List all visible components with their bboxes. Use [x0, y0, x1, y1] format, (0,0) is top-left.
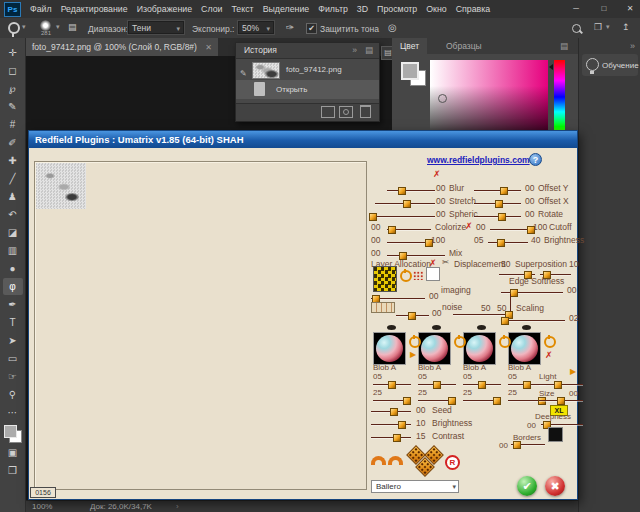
history-brush-tool[interactable]: ↶ — [3, 206, 23, 223]
clone-stamp-tool[interactable]: ♟ — [3, 188, 23, 205]
allocation-power-icon[interactable] — [400, 270, 412, 282]
brush-tool[interactable]: ╱ — [3, 170, 23, 187]
menu-3d[interactable]: 3D — [357, 4, 368, 14]
color-picker-marker[interactable] — [438, 94, 447, 103]
window-minimize-button[interactable]: ─ — [566, 2, 586, 15]
toggle-brush-panel-icon[interactable]: ▤ — [68, 22, 77, 32]
menu-file[interactable]: Файл — [30, 4, 52, 14]
shape-tool[interactable]: ▭ — [3, 350, 23, 367]
crop-tool[interactable]: # — [3, 116, 23, 133]
cutoff-slider[interactable] — [490, 225, 531, 233]
blur-slider[interactable] — [387, 186, 435, 194]
eyedropper-tool[interactable]: ✐ — [3, 134, 23, 151]
offset-x-slider[interactable] — [474, 199, 521, 207]
blob3-thumbnail[interactable] — [463, 332, 496, 365]
history-collapse-icon[interactable]: » — [352, 43, 357, 58]
blob1-play-icon[interactable]: ▶ — [410, 351, 416, 359]
panel-expand-icon[interactable]: ▶ — [570, 368, 576, 376]
menu-view[interactable]: Просмотр — [377, 4, 417, 14]
preview-zoom-box[interactable]: 0156 — [30, 487, 56, 498]
airbrush-icon[interactable]: ◎ — [388, 22, 397, 33]
blob1-power-icon[interactable] — [409, 336, 421, 348]
history-state-open[interactable]: Открыть — [236, 80, 379, 99]
share-icon[interactable]: ↥ — [622, 22, 630, 32]
blob2-slider-2[interactable] — [418, 396, 456, 404]
history-menu-icon[interactable]: ▤ — [365, 43, 373, 58]
reset-top-icon[interactable]: ✗ — [433, 170, 441, 179]
menu-filter[interactable]: Фильтр — [318, 4, 348, 14]
noise-slider[interactable] — [396, 311, 429, 319]
lasso-tool[interactable]: ℘ — [3, 80, 23, 97]
protect-tones-checkbox[interactable]: ✔ — [306, 23, 317, 34]
history-panel-header[interactable]: История » ▤ — [236, 43, 379, 59]
menu-window[interactable]: Окно — [426, 4, 446, 14]
learn-panel-item[interactable]: Обучение — [582, 54, 638, 76]
new-snapshot-icon[interactable] — [339, 106, 353, 118]
zoom-level-value[interactable]: 100% — [32, 501, 52, 512]
spheric-slider[interactable] — [371, 212, 435, 220]
window-maximize-button[interactable]: □ — [594, 2, 614, 15]
dialog-title-bar[interactable]: Redfield Plugins : Umatrix v1.85 (64-bit… — [29, 131, 577, 148]
blob3-slider-2[interactable] — [463, 396, 501, 404]
document-tab[interactable]: foto_97412.png @ 100% (Слой 0, RGB/8#) ✕ — [26, 38, 218, 56]
menu-edit[interactable]: Редактирование — [61, 4, 128, 14]
blob2-slider-1[interactable] — [418, 380, 456, 388]
exposure-select[interactable]: 50% ▾ — [238, 21, 274, 34]
blob4-remove-icon[interactable]: ✗ — [545, 351, 553, 360]
path-select-tool[interactable]: ➤ — [3, 332, 23, 349]
plugin-website-link[interactable]: www.redfieldplugins.com — [427, 156, 530, 165]
marquee-tool[interactable]: ◻ — [3, 62, 23, 79]
foreground-background-swatches[interactable] — [4, 425, 22, 443]
arch-icon-1[interactable] — [371, 456, 386, 465]
blob2-thumbnail[interactable] — [418, 332, 451, 365]
healing-brush-tool[interactable]: ✚ — [3, 152, 23, 169]
delete-state-icon[interactable] — [360, 105, 371, 118]
blur-tool[interactable]: ● — [3, 260, 23, 277]
solid-layer-swatch[interactable] — [426, 267, 440, 281]
quick-mask-button[interactable]: ▣ — [3, 444, 23, 461]
search-icon[interactable] — [572, 24, 581, 33]
preset-dropdown[interactable]: Ballero ▾ — [371, 480, 459, 493]
contrast-slider[interactable] — [371, 433, 411, 441]
blob3-slider-1[interactable] — [463, 380, 501, 388]
quick-selection-tool[interactable]: ✎ — [3, 98, 23, 115]
plugin-preview-area[interactable] — [34, 161, 367, 490]
cancel-button[interactable]: ✖ — [545, 476, 565, 496]
menu-help[interactable]: Справка — [456, 4, 491, 14]
noise-type-selector[interactable] — [371, 302, 395, 313]
screen-mode-button[interactable]: ❐ — [3, 462, 23, 479]
window-close-button[interactable]: ✕ — [620, 2, 640, 15]
workspace-switcher-icon[interactable]: ❐ — [594, 22, 602, 32]
brush-pressure-icon[interactable]: ✑ — [286, 22, 294, 33]
dock-collapse-icon[interactable]: » — [630, 41, 635, 51]
blob4-eye-icon[interactable] — [522, 325, 531, 330]
color-picker-field[interactable] — [430, 60, 548, 134]
range-select[interactable]: Тени ▾ — [128, 21, 184, 34]
blob3-eye-icon[interactable] — [477, 325, 486, 330]
rotate-slider[interactable] — [474, 212, 521, 220]
imaging-slider[interactable] — [371, 294, 425, 302]
menu-type[interactable]: Текст — [231, 4, 253, 14]
workspace-chevron[interactable]: ▾ — [606, 23, 610, 31]
grid-pattern-icon[interactable] — [413, 271, 423, 280]
blob4-thumbnail[interactable] — [508, 332, 541, 365]
scaling-slider[interactable] — [501, 316, 565, 324]
more-tools-button[interactable]: ⋯ — [3, 404, 23, 421]
blob1-thumbnail[interactable] — [373, 332, 406, 365]
blob3-power-icon[interactable] — [499, 336, 511, 348]
pen-tool[interactable]: ✒ — [3, 296, 23, 313]
history-state-snapshot[interactable]: ✎ foto_97412.png — [236, 60, 379, 79]
layer-pattern-thumbnail[interactable] — [373, 266, 397, 292]
stretch-slider[interactable] — [375, 199, 435, 207]
tool-preset-chevron[interactable]: ▾ — [22, 23, 26, 31]
hand-tool[interactable]: ☞ — [3, 368, 23, 385]
help-button[interactable]: ? — [529, 153, 542, 166]
ok-button[interactable]: ✔ — [517, 476, 537, 496]
blob1-eye-icon[interactable] — [387, 325, 396, 330]
arch-icon-2[interactable] — [388, 456, 403, 465]
brightness-row-slider[interactable] — [488, 238, 528, 246]
offset-y-slider[interactable] — [474, 186, 521, 194]
blob1-slider-2[interactable] — [373, 396, 411, 404]
blob1-slider-1[interactable] — [373, 380, 411, 388]
tab-swatches[interactable]: Образцы — [438, 38, 490, 54]
